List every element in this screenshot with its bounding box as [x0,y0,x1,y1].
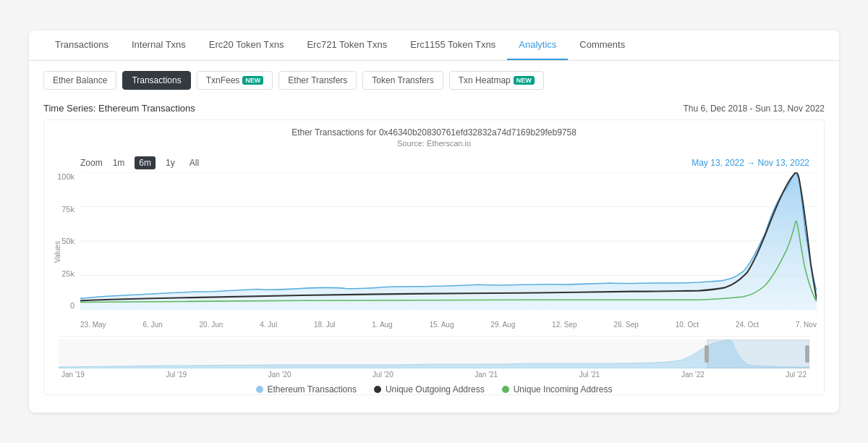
subtab-ether-balance[interactable]: Ether Balance [43,71,116,90]
x-label-0: 23. May [80,321,106,329]
subtab-bar: Ether Balance Transactions TxnFees NEW E… [29,61,839,100]
y-label-0: 0 [70,301,75,310]
chart-container: Ether Transactions for 0x46340b20830761e… [43,119,825,395]
x-label-9: 26. Sep [613,321,638,329]
legend-dot-ethereum [256,386,263,393]
x-label-10: 10. Oct [676,321,699,329]
chart-header: Time Series: Ethereum Transactions Thu 6… [29,100,839,119]
tab-bar: Transactions Internal Txns Erc20 Token T… [29,30,839,61]
heatmap-badge: NEW [514,76,535,85]
y-label-25k: 25k [61,269,75,278]
tab-comments[interactable]: Comments [568,30,637,60]
subtab-ether-transfers[interactable]: Ether Transfers [278,71,357,90]
x-label-6: 15. Aug [430,321,454,329]
chart-caption: Ether Transactions for 0x46340b20830761e… [44,127,824,138]
tab-analytics[interactable]: Analytics [507,30,568,60]
legend-label-ethereum: Ethereum Transactions [268,384,357,395]
zoom-row: Zoom 1m 6m 1y All May 13, 2022 → Nov 13,… [44,153,824,172]
nav-handle-left[interactable] [705,345,709,363]
zoom-6m[interactable]: 6m [135,156,156,169]
y-label-50k: 50k [61,237,75,245]
subtab-txnfees[interactable]: TxnFees NEW [197,71,273,90]
navigator-area: Jan '19 Jul '19 Jan '20 Jul '20 Jan '21 … [59,336,809,376]
date-from: May 13, 2022 [692,158,744,168]
chart-legend: Ethereum Transactions Unique Outgoing Ad… [44,384,824,395]
area-chart-line [80,173,817,299]
x-label-3: 4. Jul [260,321,277,329]
zoom-label: Zoom [80,158,103,168]
navigator-svg [59,339,809,368]
x-axis-labels: 23. May 6. Jun 20. Jun 4. Jul 18. Jul 1.… [80,311,817,332]
nav-selection[interactable] [707,339,809,368]
chart-svg-area [80,172,817,310]
x-label-12: 7. Nov [796,321,817,329]
legend-unique-outgoing: Unique Outgoing Address [374,384,485,395]
date-arrow: → [746,158,757,168]
chart-svg [80,172,817,310]
legend-label-incoming: Unique Incoming Address [514,384,613,395]
tab-internal-txns[interactable]: Internal Txns [120,30,197,60]
subtab-txn-heatmap[interactable]: Txn Heatmap NEW [449,71,544,90]
tab-erc721[interactable]: Erc721 Token Txns [295,30,399,60]
legend-label-outgoing: Unique Outgoing Address [386,384,485,395]
nav-label-0: Jan '19 [61,371,85,379]
chart-source: Source: Etherscan.io [44,139,824,148]
chart-date-range-header: Thu 6, Dec 2018 - Sun 13, Nov 2022 [684,104,825,114]
x-label-1: 6. Jun [142,321,162,329]
legend-ethereum-transactions: Ethereum Transactions [256,384,357,395]
txnfees-badge: NEW [242,76,263,85]
zoom-controls: Zoom 1m 6m 1y All [80,156,203,169]
subtab-transactions[interactable]: Transactions [122,71,190,90]
nav-label-7: Jul '22 [786,371,807,379]
x-label-4: 18. Jul [314,321,335,329]
legend-unique-incoming: Unique Incoming Address [502,384,613,395]
subtab-heatmap-label: Txn Heatmap [459,75,511,85]
nav-label-3: Jul '20 [373,371,393,379]
tab-transactions[interactable]: Transactions [43,30,120,60]
nav-label-6: Jan '22 [681,371,705,379]
nav-label-5: Jul '21 [579,371,600,379]
x-label-8: 12. Sep [552,321,576,329]
x-label-5: 1. Aug [372,321,392,329]
zoom-1y[interactable]: 1y [161,156,179,169]
legend-dot-outgoing [374,386,381,393]
navigator-labels: Jan '19 Jul '19 Jan '20 Jul '20 Jan '21 … [59,371,809,379]
y-label-75k: 75k [61,205,75,214]
tab-erc20[interactable]: Erc20 Token Txns [197,30,296,60]
date-range-display: May 13, 2022 → Nov 13, 2022 [692,158,809,168]
chart-section-title: Time Series: Ethereum Transactions [43,103,195,114]
x-label-11: 24. Oct [736,321,759,329]
nav-label-1: Jul '19 [166,371,187,379]
x-label-2: 20. Jun [200,321,224,329]
y-label-100k: 100k [57,172,75,181]
zoom-1m[interactable]: 1m [109,156,129,169]
legend-dot-incoming [502,386,509,393]
main-card: Transactions Internal Txns Erc20 Token T… [29,30,839,413]
nav-label-2: Jan '20 [268,371,292,379]
tab-erc1155[interactable]: Erc1155 Token Txns [399,30,507,60]
subtab-token-transfers[interactable]: Token Transfers [362,71,443,90]
main-chart: Values 100k 75k 50k 25k 0 [44,172,824,332]
date-to: Nov 13, 2022 [758,158,809,168]
y-axis-labels: 100k 75k 50k 25k 0 [44,172,80,310]
subtab-txnfees-label: TxnFees [206,75,240,85]
zoom-all[interactable]: All [185,156,203,169]
x-label-7: 29. Aug [490,321,515,329]
nav-label-4: Jan '21 [475,371,498,379]
nav-handle-right[interactable] [805,345,809,363]
